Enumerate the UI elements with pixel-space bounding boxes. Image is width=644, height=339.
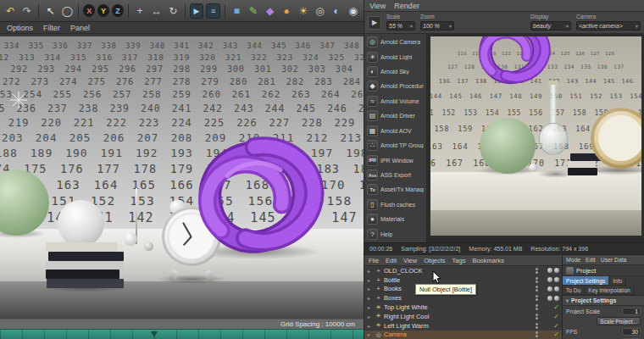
expand-arrow-icon[interactable]: ▸ xyxy=(368,323,373,329)
object-tags[interactable]: ✓ xyxy=(541,303,559,311)
white-sphere-object[interactable] xyxy=(58,200,104,247)
expand-arrow-icon[interactable]: ▸ xyxy=(368,314,373,320)
viewport-3d[interactable]: 3343353363373383393403413423433443453463… xyxy=(0,34,364,319)
menu-item-edit[interactable]: Edit xyxy=(386,257,397,264)
sky-object-icon[interactable]: ◐ xyxy=(330,3,344,19)
ipr-camera-select[interactable]: <active camera>▾ xyxy=(576,21,641,31)
expand-arrow-icon[interactable]: ▸ xyxy=(368,304,373,310)
visibility-dots[interactable] xyxy=(534,323,539,329)
scale-tool-icon[interactable]: ↔ xyxy=(149,3,164,19)
expand-arrow-icon[interactable]: ▸ xyxy=(368,331,373,337)
menu-item-view[interactable]: View xyxy=(369,2,386,10)
ipr-scale-select[interactable]: 55 %▾ xyxy=(386,21,415,31)
visibility-dots[interactable] xyxy=(534,314,539,320)
selection-arrow-icon[interactable]: ↖ xyxy=(43,3,58,19)
attr-input-project-scale[interactable]: 1 xyxy=(622,308,641,315)
arnold-menu-item-arnold-tp-group[interactable]: ∴Arnold TP Group xyxy=(364,138,426,153)
render-settings-icon[interactable]: ≡ xyxy=(206,3,220,19)
expand-arrow-icon[interactable]: ▸ xyxy=(368,286,373,292)
timeline-current-frame-marker[interactable] xyxy=(151,331,158,337)
object-row-left-light-warm[interactable]: ▸☀Left Light Warm✓ xyxy=(364,321,562,331)
expand-arrow-icon[interactable]: ▸ xyxy=(368,268,373,274)
menu-item-render[interactable]: Render xyxy=(394,2,419,10)
visibility-dots[interactable] xyxy=(534,295,539,301)
undo-icon[interactable]: ↶ xyxy=(3,3,18,19)
object-tags[interactable] xyxy=(541,277,559,282)
cube-primitive-icon[interactable]: ■ xyxy=(230,3,244,19)
small-sphere-object[interactable] xyxy=(124,232,137,246)
object-row-right-light-cool[interactable]: ▸☀Right Light Cool✓ xyxy=(364,312,562,321)
tab-project-settings[interactable]: Project Settings xyxy=(563,276,609,286)
arnold-menu-item-ipr-window[interactable]: IPRIPR Window xyxy=(364,153,426,167)
axis-z-icon[interactable]: Z xyxy=(112,4,124,17)
button-scale-project[interactable]: Scale Project... xyxy=(597,317,641,325)
arnold-menu-item-asset-tx-manager[interactable]: TxAsset/Tx Manager xyxy=(364,182,426,197)
menu-item-objects[interactable]: Objects xyxy=(424,257,445,264)
redo-icon[interactable]: ↷ xyxy=(20,3,35,19)
object-name[interactable]: Top Light White xyxy=(384,303,532,311)
object-row-top-light-white[interactable]: ▸☀Top Light White✓ xyxy=(364,303,562,312)
material-manager-icon[interactable]: ◉ xyxy=(346,3,360,19)
object-row-old-clock[interactable]: ▸+OLD_CLOCK xyxy=(364,266,562,275)
rotate-tool-icon[interactable]: ↻ xyxy=(166,3,180,19)
arnold-menu-item-arnold-sky[interactable]: ◐Arnold Sky xyxy=(364,64,426,79)
tab-info[interactable]: Info xyxy=(609,276,626,286)
render-view-icon[interactable]: ▶ xyxy=(190,3,204,19)
menu-item-user-data[interactable]: User Data xyxy=(601,257,627,263)
arnold-menu-item-materials[interactable]: ●Materials xyxy=(364,212,426,226)
spline-pen-icon[interactable]: ✎ xyxy=(247,3,261,19)
light-object-icon[interactable]: ☀ xyxy=(297,3,311,19)
menu-item-edit[interactable]: Edit xyxy=(586,257,596,263)
object-name[interactable]: Boxes xyxy=(384,294,532,302)
visibility-dots[interactable] xyxy=(534,268,539,274)
object-tags[interactable]: ✓ xyxy=(541,331,559,338)
move-tool-icon[interactable]: + xyxy=(133,3,147,19)
visibility-dots[interactable] xyxy=(534,277,539,283)
menu-item-filter[interactable]: Filter xyxy=(43,24,60,32)
expand-arrow-icon[interactable]: ▸ xyxy=(368,277,373,283)
attribute-section-header[interactable]: ▾ Project Settings xyxy=(563,296,644,306)
timeline[interactable] xyxy=(0,329,364,339)
ipr-rendered-image[interactable]: 1181191201211221231241251261271281271281… xyxy=(430,36,641,236)
torus-knot-object[interactable] xyxy=(176,131,339,259)
tab-key-interpolation[interactable]: Key Interpolation xyxy=(585,286,635,295)
axis-x-icon[interactable]: X xyxy=(83,4,95,17)
object-tags[interactable] xyxy=(541,296,559,301)
arnold-menu-item-arnold-aov[interactable]: ▦Arnold AOV xyxy=(364,124,426,138)
object-name[interactable]: Bottle xyxy=(384,276,532,284)
object-row-bottle[interactable]: ▸+Bottle xyxy=(364,275,562,285)
object-row-boxes[interactable]: ▸+Boxes xyxy=(364,293,562,303)
arnold-menu-item-help[interactable]: ?Help xyxy=(364,226,426,241)
visibility-dots[interactable] xyxy=(534,286,539,292)
arnold-menu-item-arnold-driver[interactable]: ▤Arnold Driver xyxy=(364,108,426,123)
menu-item-file[interactable]: File xyxy=(369,257,379,264)
books-stack-object[interactable] xyxy=(44,242,125,288)
arnold-menu-item-arnold-light[interactable]: ☀Arnold Light xyxy=(364,49,426,64)
menu-item-view[interactable]: View xyxy=(403,257,417,264)
menu-item-mode[interactable]: Mode xyxy=(566,257,580,263)
tab-to-do[interactable]: To Do xyxy=(563,286,585,295)
arnold-menu-item-arnold-volume[interactable]: ≈Arnold Volume xyxy=(364,94,426,108)
ipr-display-select[interactable]: beauty▾ xyxy=(530,21,571,31)
live-selection-icon[interactable]: ◯ xyxy=(60,3,75,19)
object-row-camera[interactable]: ▸◎Camera✓ xyxy=(364,331,562,339)
expand-arrow-icon[interactable]: ▸ xyxy=(368,295,373,301)
arnold-menu-item-arnold-camera[interactable]: ◎Arnold Camera xyxy=(364,35,426,49)
light-gizmo-icon[interactable] xyxy=(10,92,27,108)
object-tags[interactable] xyxy=(541,268,559,273)
ipr-play-button[interactable]: ▶ xyxy=(368,16,381,30)
object-tags[interactable]: ✓ xyxy=(541,313,559,320)
visibility-dots[interactable] xyxy=(534,304,539,310)
camera-object-icon[interactable]: ◎ xyxy=(313,3,327,19)
visibility-dots[interactable] xyxy=(534,331,539,337)
arnold-menu-item-flush-caches[interactable]: ▯Flush caches xyxy=(364,197,426,212)
mograph-icon[interactable]: ◆ xyxy=(263,3,277,19)
menu-item-panel[interactable]: Panel xyxy=(70,24,90,32)
menu-item-tags[interactable]: Tags xyxy=(452,257,466,264)
arnold-menu-item-arnold-procedural[interactable]: ◆Arnold Procedural xyxy=(364,79,426,93)
arnold-menu-item-ass-export[interactable]: AssASS Export xyxy=(364,168,426,182)
object-name[interactable]: OLD_CLOCK xyxy=(384,267,532,275)
object-name[interactable]: Left Light Warm xyxy=(384,322,532,330)
object-tags[interactable] xyxy=(541,286,559,292)
small-sphere-object[interactable] xyxy=(144,242,153,251)
